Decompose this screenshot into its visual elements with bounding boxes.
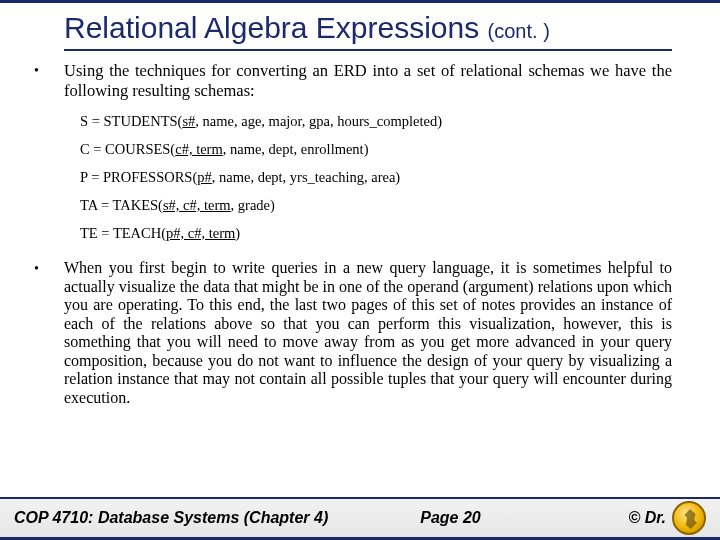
bullet-1-text: Using the techniques for converting an E… (64, 61, 672, 101)
schema-takes: TA = TAKES(s#, c#, term, grade) (80, 197, 672, 214)
content-block-1: • Using the techniques for converting an… (0, 51, 720, 101)
schema-lhs: P = PROFESSORS( (80, 169, 197, 185)
content-block-2: • When you first begin to write queries … (0, 259, 720, 407)
schema-rest: , name, dept, enrollment) (223, 141, 369, 157)
slide-footer: COP 4710: Database Systems (Chapter 4) P… (0, 497, 720, 537)
schema-key: p# (197, 169, 212, 185)
schema-rest: , name, dept, yrs_teaching, area) (212, 169, 400, 185)
schema-rest: , grade) (231, 197, 275, 213)
schema-key: c#, term (175, 141, 223, 157)
schema-rest: ) (235, 225, 240, 241)
footer-course: COP 4710: Database Systems (Chapter 4) (14, 509, 328, 527)
title-main: Relational Algebra Expressions (64, 11, 488, 44)
schema-key: s#, c#, term (163, 197, 231, 213)
slide-title: Relational Algebra Expressions (cont. ) (64, 11, 672, 51)
schema-lhs: TE = TEACH( (80, 225, 166, 241)
schema-key: p#, c#, term (166, 225, 235, 241)
bullet-2: • When you first begin to write queries … (30, 259, 672, 407)
slide: Relational Algebra Expressions (cont. ) … (0, 0, 720, 540)
bullet-2-text: When you first begin to write queries in… (64, 259, 672, 407)
schema-lhs: S = STUDENTS( (80, 113, 182, 129)
schema-key: s# (182, 113, 195, 129)
title-cont: (cont. ) (488, 20, 550, 42)
schema-professors: P = PROFESSORS(p#, name, dept, yrs_teach… (80, 169, 672, 186)
title-wrap: Relational Algebra Expressions (cont. ) (0, 3, 720, 51)
schema-list: S = STUDENTS(s#, name, age, major, gpa, … (0, 107, 720, 259)
ucf-logo-icon (672, 501, 706, 535)
schema-lhs: TA = TAKES( (80, 197, 163, 213)
bullet-dot-icon: • (30, 61, 64, 101)
schema-teach: TE = TEACH(p#, c#, term) (80, 225, 672, 242)
schema-lhs: C = COURSES( (80, 141, 175, 157)
bullet-dot-icon: • (30, 259, 64, 407)
schema-students: S = STUDENTS(s#, name, age, major, gpa, … (80, 113, 672, 130)
footer-page: Page 20 (420, 509, 480, 527)
footer-copyright: © Dr. (628, 509, 666, 527)
schema-rest: , name, age, major, gpa, hours_completed… (195, 113, 442, 129)
schema-courses: C = COURSES(c#, term, name, dept, enroll… (80, 141, 672, 158)
bullet-1: • Using the techniques for converting an… (30, 61, 672, 101)
